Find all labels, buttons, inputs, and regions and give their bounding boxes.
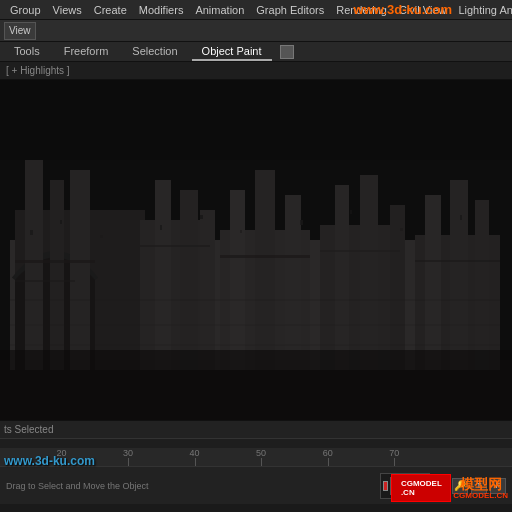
bottom-bar: ts Selected [0,420,512,438]
svg-rect-22 [450,180,468,370]
tick-label: 30 [123,448,133,458]
status-text: ts Selected [4,424,53,435]
prev-frame-button[interactable]: ◀◀ [390,477,406,495]
svg-rect-40 [240,230,242,233]
svg-rect-24 [15,260,95,263]
svg-rect-26 [140,245,210,247]
tick-mark [394,458,395,466]
tick-mark [328,458,329,466]
svg-rect-27 [220,255,310,258]
svg-rect-10 [180,190,198,370]
view-button[interactable]: View [4,22,36,40]
svg-rect-35 [30,230,33,235]
timeline[interactable]: 203040506070 [0,438,512,466]
menu-graph-editors[interactable]: Graph Editors [250,2,330,18]
svg-rect-39 [200,215,203,219]
svg-rect-37 [100,235,103,238]
filter-button[interactable]: F [490,478,506,494]
record-button[interactable] [383,481,388,491]
menu-animation[interactable]: Animation [189,2,250,18]
menu-modifiers[interactable]: Modifiers [133,2,190,18]
tab-tools[interactable]: Tools [4,43,50,61]
bottom-controls: Drag to Select and Move the Object ◀◀ ◀ … [0,466,512,504]
svg-rect-8 [140,220,210,370]
svg-rect-7 [70,170,90,370]
tab-object-paint[interactable]: Object Paint [192,43,272,61]
svg-rect-6 [50,180,64,370]
tab-selection[interactable]: Selection [122,43,187,61]
svg-rect-44 [460,215,462,220]
svg-rect-18 [360,175,378,370]
play-button[interactable] [419,477,427,495]
tick-label: 20 [56,448,66,458]
svg-rect-25 [15,280,75,282]
status-bottom: Drag to Select and Move the Object [6,481,377,491]
menu-lighting[interactable]: Lighting Analysis [452,2,512,18]
tick-label: 60 [323,448,333,458]
tab-icon [280,45,294,59]
svg-rect-42 [350,210,352,214]
tick-mark [128,458,129,466]
svg-rect-29 [415,260,500,262]
svg-rect-9 [155,180,171,370]
viewport-label-text: [ + Highlights ] [6,65,70,76]
key-icon[interactable]: 🔑 [452,478,468,494]
prev-key-button[interactable]: ◀ [408,477,417,495]
timeline-track: 203040506070 [0,448,512,466]
svg-rect-41 [300,220,303,225]
svg-rect-33 [0,350,512,420]
menu-views[interactable]: Views [47,2,88,18]
svg-rect-43 [400,228,403,231]
menu-create[interactable]: Create [88,2,133,18]
svg-rect-28 [320,250,400,252]
svg-rect-15 [285,195,301,370]
svg-rect-38 [160,225,162,230]
scene-svg [0,80,512,420]
tick-mark [61,458,62,466]
menu-civil-view[interactable]: Civil View [393,2,452,18]
svg-rect-17 [335,185,349,370]
tick-mark [261,458,262,466]
svg-rect-21 [425,195,441,370]
viewport-label: [ + Highlights ] [0,62,512,80]
svg-rect-36 [60,220,62,224]
svg-rect-4 [95,210,145,370]
time-config-button[interactable]: T [471,478,487,494]
svg-rect-13 [230,190,245,370]
menu-group[interactable]: Group [4,2,47,18]
svg-rect-11 [200,210,215,370]
svg-rect-14 [255,170,275,370]
transport-controls: ◀◀ ◀ [380,473,430,499]
lock-icon[interactable]: 🔒 [433,478,449,494]
tick-mark [195,458,196,466]
tick-label: 70 [389,448,399,458]
menu-rendering[interactable]: Rendering [330,2,393,18]
toolbar-row: View [0,20,512,42]
tab-row: Tools Freeform Selection Object Paint [0,42,512,62]
main-viewport[interactable] [0,80,512,420]
tab-freeform[interactable]: Freeform [54,43,119,61]
menu-bar: Group Views Create Modifiers Animation G… [0,0,512,20]
svg-rect-34 [0,80,512,160]
tick-label: 40 [190,448,200,458]
tick-label: 50 [256,448,266,458]
svg-rect-5 [25,160,43,370]
